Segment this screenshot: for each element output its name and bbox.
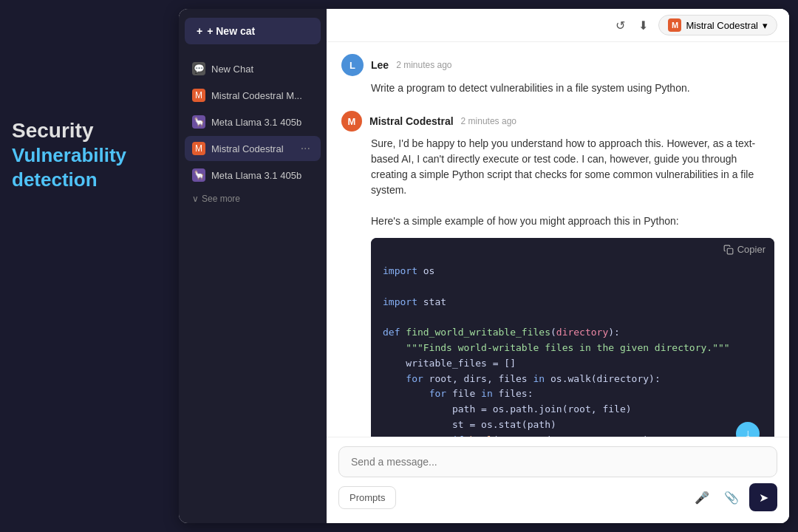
refresh-button[interactable]: ↺ (613, 16, 628, 35)
ai-message: M Mistral Codestral 2 minutes ago Sure, … (341, 111, 774, 437)
llama-icon-2: 🦙 (192, 168, 205, 182)
sidebar-item-label: New Chat (211, 64, 313, 75)
message-input[interactable] (338, 446, 777, 477)
sidebar-item-label: Mistral Codestral M... (211, 90, 313, 101)
download-button[interactable]: ⬇ (635, 16, 651, 35)
ai-author: Mistral Codestral (369, 115, 454, 127)
ai-message-content: Sure, I'd be happy to help you understan… (371, 136, 774, 229)
message-time: 2 minutes ago (396, 60, 451, 70)
sidebar-item-new-chat[interactable]: 💬 New Chat (185, 56, 321, 81)
ai-message-header: M Mistral Codestral 2 minutes ago (341, 111, 774, 132)
security-title: Security (12, 118, 158, 143)
mistral-icon: M (192, 89, 205, 102)
chevron-down-icon: ∨ (192, 194, 199, 204)
ai-message-time: 2 minutes ago (461, 116, 516, 126)
code-content: import os import stat def find_world_wri… (371, 261, 774, 437)
microphone-button[interactable]: 🎤 (690, 486, 714, 509)
input-area: Prompts 🎤 📎 ➤ (327, 437, 789, 523)
see-more-button[interactable]: ∨ See more (185, 189, 321, 208)
user-message: L Lee 2 minutes ago Write a program to d… (341, 54, 774, 96)
message-header: L Lee 2 minutes ago (341, 54, 774, 76)
message-author: Lee (371, 59, 389, 71)
main-window: + + New cat 💬 New Chat M Mistral Codestr… (179, 9, 789, 523)
paperclip-icon: 📎 (724, 491, 739, 504)
chat-header: ↺ ⬇ M Mistral Codestral ▾ (327, 9, 789, 42)
send-icon: ➤ (759, 491, 768, 505)
ai-avatar: M (341, 111, 362, 132)
code-header: Copier (371, 238, 774, 261)
model-icon: M (668, 18, 681, 32)
left-panel: Security Vulnerability detection (0, 0, 170, 532)
user-avatar: L (341, 54, 364, 76)
chat-area: + + New cat 💬 New Chat M Mistral Codestr… (179, 9, 789, 523)
svg-rect-0 (727, 248, 733, 254)
mistral-icon: M (192, 142, 205, 155)
attach-button[interactable]: 📎 (720, 486, 743, 509)
download-icon: ⬇ (638, 19, 648, 32)
copy-button[interactable]: Copier (723, 244, 765, 255)
plus-icon: + (197, 25, 202, 37)
code-block: Copier import os import stat def find_wo… (371, 238, 774, 437)
chevron-down-icon: ▾ (763, 20, 768, 31)
sidebar-item-label: Meta Llama 3.1 405b (211, 170, 313, 181)
model-name: Mistral Codestral (686, 20, 758, 31)
sidebar-item-llama-1[interactable]: 🦙 Meta Llama 3.1 405b (185, 109, 321, 134)
llama-icon: 🦙 (192, 115, 205, 129)
sidebar-item-llama-2[interactable]: 🦙 Meta Llama 3.1 405b (185, 163, 321, 188)
vulnerability-title: Vulnerability detection (12, 143, 158, 194)
refresh-icon: ↺ (615, 19, 625, 32)
prompts-button[interactable]: Prompts (338, 486, 396, 509)
sidebar-item-mistral-codestral[interactable]: M Mistral Codestral ··· (185, 136, 321, 161)
more-options-button[interactable]: ··· (298, 142, 313, 155)
sidebar-item-label: Meta Llama 3.1 405b (211, 117, 313, 128)
model-selector[interactable]: M Mistral Codestral ▾ (658, 15, 777, 35)
microphone-icon: 🎤 (695, 491, 709, 504)
new-chat-button[interactable]: + + New cat (185, 18, 321, 44)
messages-container[interactable]: L Lee 2 minutes ago Write a program to d… (327, 42, 789, 437)
input-actions: Prompts 🎤 📎 ➤ (338, 483, 777, 511)
sidebar: + + New cat 💬 New Chat M Mistral Codestr… (179, 9, 327, 523)
send-button[interactable]: ➤ (749, 483, 777, 511)
sidebar-item-mistral-m[interactable]: M Mistral Codestral M... (185, 83, 321, 108)
chat-icon: 💬 (192, 62, 205, 75)
user-message-content: Write a program to detect vulnerabilitie… (371, 81, 774, 96)
chat-main: ↺ ⬇ M Mistral Codestral ▾ L Lee (327, 9, 789, 523)
sidebar-item-label: Mistral Codestral (211, 143, 292, 154)
